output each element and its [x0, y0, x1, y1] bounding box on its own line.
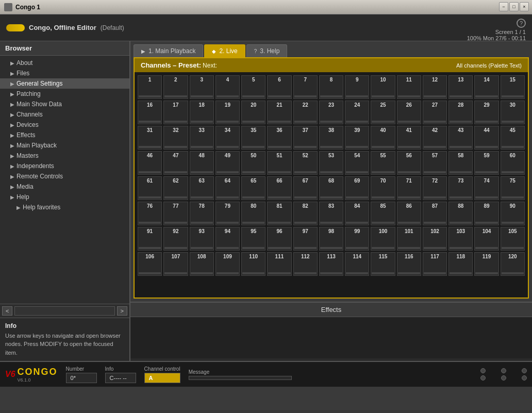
channel-cell-89[interactable]: 89 — [474, 202, 498, 225]
channel-cell-5[interactable]: 5 — [241, 75, 265, 99]
channel-cell-107[interactable]: 107 — [163, 252, 188, 276]
channel-cell-96[interactable]: 96 — [267, 227, 291, 251]
channel-cell-58[interactable]: 58 — [448, 151, 473, 175]
channel-cell-59[interactable]: 59 — [474, 151, 498, 175]
channel-cell-19[interactable]: 19 — [215, 101, 240, 124]
channel-cell-62[interactable]: 62 — [163, 176, 188, 200]
channel-cell-48[interactable]: 48 — [190, 151, 214, 175]
channel-cell-87[interactable]: 87 — [423, 202, 447, 225]
channel-cell-72[interactable]: 72 — [423, 176, 447, 200]
help-icon[interactable]: ? — [517, 19, 526, 28]
channel-cell-113[interactable]: 113 — [319, 252, 343, 276]
channel-cell-32[interactable]: 32 — [163, 126, 188, 150]
channel-cell-41[interactable]: 41 — [397, 126, 421, 150]
sidebar-item-devices[interactable]: ▶Devices — [0, 120, 129, 130]
channel-cell-18[interactable]: 18 — [190, 101, 214, 124]
channel-cell-94[interactable]: 94 — [215, 227, 240, 251]
channel-cell-102[interactable]: 102 — [423, 227, 447, 251]
channel-cell-108[interactable]: 108 — [190, 252, 214, 276]
sidebar-item-media[interactable]: ▶Media — [0, 181, 129, 192]
channel-cell-53[interactable]: 53 — [319, 151, 343, 175]
channel-cell-73[interactable]: 73 — [448, 176, 473, 200]
channel-cell-99[interactable]: 99 — [345, 227, 369, 251]
sidebar-item-independents[interactable]: ▶Independents — [0, 161, 129, 171]
channel-cell-119[interactable]: 119 — [474, 252, 498, 276]
channel-cell-80[interactable]: 80 — [241, 202, 265, 225]
sidebar-item-masters[interactable]: ▶Masters — [0, 151, 129, 161]
channel-cell-74[interactable]: 74 — [474, 176, 498, 200]
channel-cell-14[interactable]: 14 — [474, 75, 498, 99]
channel-cell-78[interactable]: 78 — [190, 202, 214, 225]
channel-cell-25[interactable]: 25 — [371, 101, 395, 124]
channel-cell-21[interactable]: 21 — [267, 101, 291, 124]
channel-cell-2[interactable]: 2 — [163, 75, 188, 99]
sidebar-item-about[interactable]: ▶About — [0, 58, 129, 68]
channel-cell-4[interactable]: 4 — [215, 75, 240, 99]
channel-cell-66[interactable]: 66 — [267, 176, 291, 200]
channel-cell-84[interactable]: 84 — [345, 202, 369, 225]
sidebar-item-general-settings[interactable]: ▶General Settings — [0, 78, 129, 89]
channel-cell-40[interactable]: 40 — [371, 126, 395, 150]
channel-cell-112[interactable]: 112 — [293, 252, 318, 276]
channel-cell-85[interactable]: 85 — [371, 202, 395, 225]
channel-cell-92[interactable]: 92 — [163, 227, 188, 251]
channel-cell-100[interactable]: 100 — [371, 227, 395, 251]
message-value[interactable] — [189, 376, 292, 380]
channel-cell-13[interactable]: 13 — [448, 75, 473, 99]
channel-cell-49[interactable]: 49 — [215, 151, 240, 175]
channel-cell-106[interactable]: 106 — [138, 252, 162, 276]
channel-cell-15[interactable]: 15 — [501, 75, 525, 99]
channel-cell-28[interactable]: 28 — [448, 101, 473, 124]
sidebar-item-channels[interactable]: ▶Channels — [0, 109, 129, 120]
channel-cell-7[interactable]: 7 — [293, 75, 318, 99]
channel-cell-47[interactable]: 47 — [163, 151, 188, 175]
channel-cell-60[interactable]: 60 — [501, 151, 525, 175]
channel-cell-6[interactable]: 6 — [267, 75, 291, 99]
sidebar-item-effects[interactable]: ▶Effects — [0, 130, 129, 140]
channel-cell-117[interactable]: 117 — [423, 252, 447, 276]
tab-1[interactable]: ◆2. Live — [204, 44, 245, 57]
channel-cell-86[interactable]: 86 — [397, 202, 421, 225]
channel-cell-20[interactable]: 20 — [241, 101, 265, 124]
channel-control-value[interactable]: A — [144, 373, 180, 383]
channel-cell-71[interactable]: 71 — [397, 176, 421, 200]
channel-cell-116[interactable]: 116 — [397, 252, 421, 276]
channel-cell-103[interactable]: 103 — [448, 227, 473, 251]
channel-cell-68[interactable]: 68 — [319, 176, 343, 200]
channel-cell-34[interactable]: 34 — [215, 126, 240, 150]
sidebar-item-help[interactable]: ▶Help — [0, 192, 129, 202]
sidebar-item-patching[interactable]: ▶Patching — [0, 89, 129, 99]
channel-cell-10[interactable]: 10 — [371, 75, 395, 99]
channel-cell-97[interactable]: 97 — [293, 227, 318, 251]
sidebar-item-remote-controls[interactable]: ▶Remote Controls — [0, 171, 129, 181]
channel-cell-90[interactable]: 90 — [501, 202, 525, 225]
channel-cell-76[interactable]: 76 — [138, 202, 162, 225]
tab-0[interactable]: ▶1. Main Playback — [134, 44, 203, 57]
channel-cell-42[interactable]: 42 — [423, 126, 447, 150]
channel-cell-23[interactable]: 23 — [319, 101, 343, 124]
minimize-button[interactable]: − — [499, 2, 508, 11]
channel-cell-120[interactable]: 120 — [501, 252, 525, 276]
channel-cell-64[interactable]: 64 — [215, 176, 240, 200]
sidebar-item-main-show-data[interactable]: ▶Main Show Data — [0, 99, 129, 109]
info-value[interactable]: C---- -- — [105, 373, 136, 383]
channel-cell-43[interactable]: 43 — [448, 126, 473, 150]
channel-cell-98[interactable]: 98 — [319, 227, 343, 251]
channel-cell-45[interactable]: 45 — [501, 126, 525, 150]
channel-cell-54[interactable]: 54 — [345, 151, 369, 175]
channel-cell-30[interactable]: 30 — [501, 101, 525, 124]
sidebar-item-main-playback[interactable]: ▶Main Playback — [0, 140, 129, 151]
channel-cell-35[interactable]: 35 — [241, 126, 265, 150]
channel-cell-82[interactable]: 82 — [293, 202, 318, 225]
channel-cell-111[interactable]: 111 — [267, 252, 291, 276]
channel-cell-50[interactable]: 50 — [241, 151, 265, 175]
channel-cell-115[interactable]: 115 — [371, 252, 395, 276]
channel-cell-38[interactable]: 38 — [319, 126, 343, 150]
sidebar-item-help-favorites[interactable]: ▶Help favorites — [0, 202, 129, 212]
channel-cell-52[interactable]: 52 — [293, 151, 318, 175]
channel-cell-9[interactable]: 9 — [345, 75, 369, 99]
channel-cell-69[interactable]: 69 — [345, 176, 369, 200]
channel-cell-101[interactable]: 101 — [397, 227, 421, 251]
channel-cell-36[interactable]: 36 — [267, 126, 291, 150]
channel-cell-33[interactable]: 33 — [190, 126, 214, 150]
